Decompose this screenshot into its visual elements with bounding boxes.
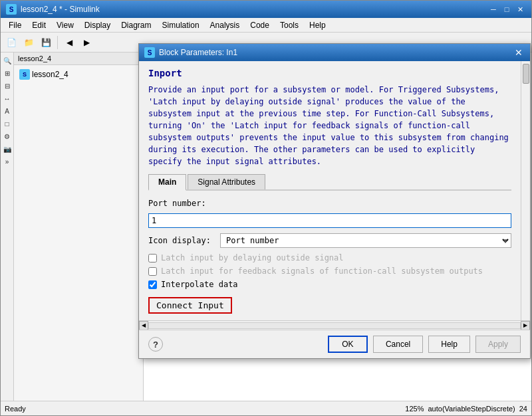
simulink-icon: S [6,4,17,15]
dialog-hscroll: ◀ ▶ [139,320,530,330]
checkbox-latch-feedback-input[interactable] [148,267,157,276]
menu-tools[interactable]: Tools [275,19,304,31]
maximize-button[interactable]: □ [501,4,513,15]
browser-tree: S lesson2_4 [14,65,143,401]
icon-display-select[interactable]: Port numberSignal nameTagNone [220,233,511,248]
close-button[interactable]: ✕ [514,4,526,15]
sidebar-btn-6[interactable]: □ [2,118,13,129]
tree-icon: S [19,69,30,80]
checkbox-latch-feedback-label: Latch input for feedback signals of func… [161,266,483,276]
dialog-tabs: Main Signal Attributes [148,174,511,191]
sidebar: 🔍 ⊞ ⊟ ↔ A □ ⚙ 📷 » [1,52,14,401]
status-left: Ready [5,405,26,413]
menu-edit[interactable]: Edit [27,19,51,31]
port-number-row: Port number: [148,199,511,208]
dialog-body: Inport Provide an input port for a subsy… [139,61,521,320]
save-button[interactable]: 💾 [38,35,54,51]
scroll-left-arrow[interactable]: ◀ [139,321,148,330]
dialog-icon: S [144,47,155,58]
menu-bar: File Edit View Display Diagram Simulatio… [1,18,531,33]
scroll-right-arrow[interactable]: ▶ [521,321,530,330]
menu-analysis[interactable]: Analysis [205,19,245,31]
port-number-label: Port number: [148,199,215,208]
checkbox-interpolate-input[interactable] [148,280,157,289]
open-folder[interactable]: 📁 [21,35,37,51]
minimize-button[interactable]: ─ [487,4,499,15]
status-bar: Ready 125% auto(VariableStepDiscrete) 24 [1,401,531,415]
dialog-description: Provide an input port for a subsystem or… [148,84,511,167]
checkbox-latch-outside-input[interactable] [148,254,157,262]
menu-view[interactable]: View [51,19,79,31]
sidebar-btn-9[interactable]: » [2,156,13,167]
dialog-btn-group: OK Cancel Help Apply [328,336,521,353]
status-right: 125% auto(VariableStepDiscrete) 24 [405,405,527,413]
checkbox-latch-outside-label: Latch input by delaying outside signal [161,253,344,262]
tab-signal-attributes[interactable]: Signal Attributes [188,174,265,189]
dialog-scrollbar[interactable] [521,61,530,320]
main-window: S lesson2_4 * - Simulink ─ □ ✕ File Edit… [0,0,532,416]
icon-display-select-wrapper: Port numberSignal nameTagNone [220,233,511,248]
help-button[interactable]: Help [428,336,470,353]
checkbox-latch-feedback: Latch input for feedback signals of func… [148,266,511,276]
menu-display[interactable]: Display [79,19,116,31]
sidebar-btn-4[interactable]: ↔ [2,93,13,104]
sidebar-btn-5[interactable]: A [2,106,13,116]
tab-main[interactable]: Main [148,174,186,191]
connect-input-button[interactable]: Connect Input [148,297,232,314]
dialog-close-button[interactable]: ✕ [513,47,525,58]
dialog-block-title: Inport [148,68,511,78]
new-button[interactable]: 📄 [3,35,19,51]
back-button[interactable]: ◀ [61,35,77,51]
checkbox-interpolate: Interpolate data [148,280,511,289]
menu-code[interactable]: Code [245,19,275,31]
forward-button[interactable]: ▶ [78,35,94,51]
title-bar: S lesson2_4 * - Simulink ─ □ ✕ [1,1,531,18]
menu-file[interactable]: File [3,19,27,31]
menu-diagram[interactable]: Diagram [116,19,156,31]
ok-button[interactable]: OK [328,336,368,353]
dialog-title-bar: S Block Parameters: In1 ✕ [139,44,530,61]
icon-display-row: Icon display: Port numberSignal nameTagN… [148,233,511,248]
sidebar-btn-7[interactable]: ⚙ [2,131,13,142]
scroll-track[interactable] [148,322,521,329]
status-ready: Ready [5,405,26,413]
block-parameters-dialog: S Block Parameters: In1 ✕ Inport Provide… [138,43,531,359]
dialog-title-text: Block Parameters: In1 [159,48,237,57]
cancel-button[interactable]: Cancel [373,336,423,353]
dialog-title-left: S Block Parameters: In1 [144,47,237,58]
apply-button[interactable]: Apply [475,336,521,353]
title-controls: ─ □ ✕ [487,4,526,15]
status-zoom: 125% [405,405,424,413]
menu-help[interactable]: Help [304,19,331,31]
sidebar-btn-3[interactable]: ⊟ [2,80,13,91]
browser-header: lesson2_4 [14,52,143,65]
sidebar-btn-2[interactable]: ⊞ [2,68,13,78]
port-number-input[interactable] [148,213,511,228]
tree-item-label: lesson2_4 [32,70,68,79]
sidebar-btn-8[interactable]: 📷 [2,144,13,154]
title-bar-left: S lesson2_4 * - Simulink [6,4,100,15]
menu-simulation[interactable]: Simulation [157,19,205,31]
dialog-buttons: ? OK Cancel Help Apply [139,330,530,358]
browser-panel: lesson2_4 S lesson2_4 [14,52,144,401]
status-time: 24 [519,405,527,413]
scrollbar-thumb[interactable] [523,64,529,84]
dialog-content-wrapper: Inport Provide an input port for a subsy… [139,61,530,320]
status-solver: auto(VariableStepDiscrete) [428,405,515,413]
help-icon-button[interactable]: ? [148,337,163,352]
sidebar-btn-1[interactable]: 🔍 [2,55,13,66]
icon-display-label: Icon display: [148,236,215,245]
port-number-input-row [148,213,511,228]
toolbar-sep1 [57,36,58,49]
window-title: lesson2_4 * - Simulink [21,5,100,14]
checkbox-latch-outside: Latch input by delaying outside signal [148,253,511,262]
checkbox-interpolate-label: Interpolate data [161,280,238,289]
tree-item-root[interactable]: S lesson2_4 [17,68,140,81]
